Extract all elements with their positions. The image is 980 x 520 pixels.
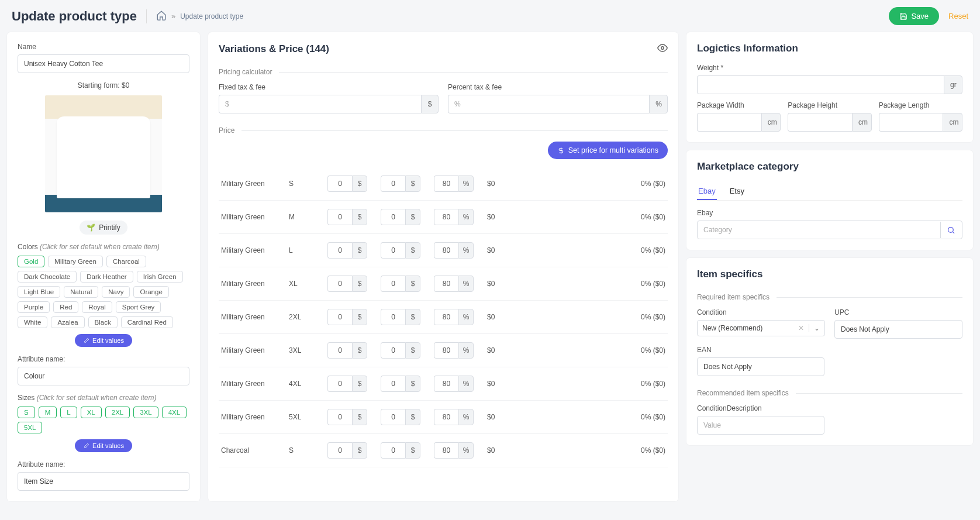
ebay-label: Ebay [697,209,962,217]
size-tag[interactable]: XL [81,407,102,418]
width-input[interactable] [697,113,761,132]
color-tag[interactable]: Charcoal [106,256,146,267]
row-input-2[interactable] [381,276,405,292]
cm-suffix: cm [761,113,781,132]
row-input-1[interactable] [327,175,352,192]
required-specifics-label: Required item specifics [697,293,962,301]
color-tag[interactable]: Royal [82,301,112,313]
color-tag[interactable]: Military Green [48,256,103,267]
search-icon[interactable] [940,222,961,238]
color-tag[interactable]: Red [53,301,78,313]
color-tag[interactable]: Orange [133,286,168,298]
row-input-1[interactable] [327,442,352,459]
variations-panel: Variations & Price (144) Pricing calcula… [208,32,678,501]
row-input-3[interactable] [434,442,458,459]
size-tag[interactable]: 2XL [105,407,130,418]
tab-etsy[interactable]: Etsy [729,183,746,200]
color-tag[interactable]: Cardinal Red [121,316,173,328]
color-tag[interactable]: Gold [18,256,44,267]
category-search-input[interactable] [697,221,962,239]
row-input-3[interactable] [434,209,458,225]
color-tag[interactable]: Azalea [51,316,84,328]
attr-colour-input[interactable] [18,367,189,385]
dollar-suffix: $ [405,376,420,392]
row-input-3[interactable] [434,342,458,359]
row-input-1[interactable] [327,409,352,425]
row-percent: 0% ($0) [543,413,665,421]
row-input-1[interactable] [327,309,352,325]
divider [146,9,147,23]
color-tag[interactable]: Dark Chocolate [18,271,77,283]
color-tag[interactable]: Natural [64,286,98,298]
dollar-suffix: $ [352,342,367,359]
color-tag[interactable]: Irish Green [137,271,183,283]
row-input-1[interactable] [327,276,352,292]
row-color: Military Green [221,380,279,388]
edit-sizes-button[interactable]: Edit values [75,439,132,452]
marketplace-panel: Marketplace category Ebay Etsy Ebay [686,150,973,250]
row-input-1[interactable] [327,242,352,259]
row-input-3[interactable] [434,175,458,192]
row-input-2[interactable] [381,442,405,459]
percent-tax-input[interactable] [448,95,649,113]
row-input-1[interactable] [327,342,352,359]
row-input-1[interactable] [327,376,352,392]
row-input-3[interactable] [434,376,458,392]
row-input-2[interactable] [381,242,405,259]
row-input-2[interactable] [381,409,405,425]
upc-label: UPC [834,308,962,316]
tab-ebay[interactable]: Ebay [697,183,717,200]
row-color: Military Green [221,413,279,421]
condition-select[interactable]: New (Recommend) ✕ ⌄ [697,320,825,336]
row-size: XL [289,280,318,288]
size-tag[interactable]: 3XL [133,407,158,418]
upc-input[interactable] [834,320,962,339]
fixed-tax-input[interactable] [219,95,421,113]
edit-colors-button[interactable]: Edit values [75,334,132,347]
color-tag[interactable]: Light Blue [18,286,60,298]
name-input[interactable] [18,54,189,73]
eye-icon[interactable] [657,43,668,55]
row-input-2[interactable] [381,376,405,392]
home-icon[interactable] [156,10,167,22]
row-input-2[interactable] [381,209,405,225]
svg-point-1 [948,227,954,232]
color-tag[interactable]: Black [88,316,118,328]
size-tag[interactable]: M [39,407,57,418]
color-tag[interactable]: Dark Heather [80,271,133,283]
percent-suffix: % [458,309,474,325]
row-input-1[interactable] [327,209,352,225]
size-tag[interactable]: L [60,407,77,418]
row-input-3[interactable] [434,276,458,292]
weight-input[interactable] [697,75,944,94]
width-label: Package Width [697,101,781,109]
row-input-3[interactable] [434,242,458,259]
size-tag[interactable]: S [18,407,35,418]
color-tag[interactable]: Purple [18,301,50,313]
reset-button[interactable]: Reset [948,12,968,20]
color-tag[interactable]: Navy [102,286,130,298]
row-input-3[interactable] [434,409,458,425]
save-button[interactable]: Save [889,7,939,25]
height-input[interactable] [788,113,852,132]
length-input[interactable] [879,113,943,132]
ean-input[interactable] [697,357,824,376]
dollar-suffix: $ [405,175,420,192]
attr-size-input[interactable] [18,472,189,491]
svg-point-0 [661,47,664,50]
color-tags: GoldMilitary GreenCharcoalDark Chocolate… [18,256,189,328]
clear-icon[interactable]: ✕ [793,324,809,332]
row-input-2[interactable] [381,175,405,192]
row-input-3[interactable] [434,309,458,325]
cond-desc-input[interactable] [697,416,824,435]
color-tag[interactable]: White [18,316,47,328]
size-tag[interactable]: 4XL [162,407,187,418]
dollar-suffix: $ [405,442,420,459]
cm-suffix: cm [852,113,872,132]
size-tag[interactable]: 5XL [18,422,42,433]
row-input-2[interactable] [381,309,405,325]
set-multi-price-button[interactable]: Set price for multi variations [548,142,668,159]
color-tag[interactable]: Sport Grey [116,301,161,313]
row-input-2[interactable] [381,342,405,359]
printify-chip[interactable]: 🌱 Printify [80,221,127,235]
